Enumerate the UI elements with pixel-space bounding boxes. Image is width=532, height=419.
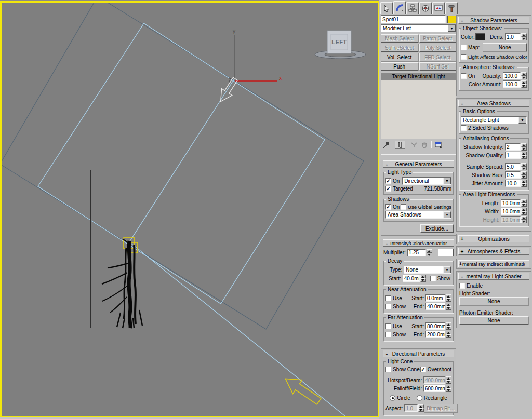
height-spinner[interactable] (521, 216, 527, 223)
spread-spinner[interactable] (521, 163, 527, 170)
remove-modifier-icon[interactable] (419, 141, 430, 149)
push-button[interactable]: Push (381, 62, 418, 71)
decay-type-dropdown[interactable]: None (404, 266, 451, 274)
rollout-header-mr-indirect[interactable]: + mental ray Indirect Illumination (458, 260, 529, 267)
rollout-header-area-shadows[interactable]: - Area Shadows (458, 100, 529, 107)
light-on-checkbox[interactable]: ✓ (385, 178, 391, 184)
modifier-list-dropdown[interactable]: Modifier List (381, 24, 456, 32)
area-light-mode-dropdown[interactable]: Rectangle Light (461, 116, 527, 124)
far-end-field[interactable]: 200.0mr (425, 331, 445, 338)
rectangle-radio[interactable] (417, 395, 422, 401)
spline-select-button[interactable]: SplineSelect (381, 44, 418, 52)
show-end-result-icon[interactable] (395, 141, 405, 149)
rollout-header-optimizations[interactable]: + Optimizations (458, 235, 529, 242)
shadow-density-field[interactable]: 1.0 (505, 33, 521, 40)
bitmap-fit-button[interactable]: Bitmap Fit... (424, 404, 457, 412)
shadow-map-button[interactable]: None (483, 43, 527, 51)
pin-stack-icon[interactable] (381, 141, 391, 149)
density-spinner[interactable] (521, 33, 527, 40)
tree-object[interactable] (102, 239, 142, 328)
aspect-field[interactable]: 1.0 (404, 404, 418, 412)
photon-emitter-shader-button[interactable]: None (459, 316, 528, 325)
jitter-spinner[interactable] (521, 180, 527, 187)
rollout-header-general-parameters[interactable]: - General Parameters (383, 160, 454, 168)
quality-spinner[interactable] (521, 152, 527, 159)
integrity-spinner[interactable] (521, 143, 527, 151)
atmosphere-on-checkbox[interactable] (461, 73, 467, 79)
ffd-select-button[interactable]: FFD Select (419, 53, 457, 61)
mesh-select-button[interactable]: Mesh Select (381, 34, 418, 43)
near-end-field[interactable]: 40.0mm (425, 303, 445, 310)
far-start-spinner[interactable] (446, 322, 451, 330)
decay-start-spinner[interactable] (420, 275, 426, 282)
light-color-swatch[interactable] (438, 249, 454, 256)
far-light-arrow[interactable] (281, 372, 324, 408)
decay-show-checkbox[interactable] (430, 276, 436, 281)
near-start-field[interactable]: 0.0mm (425, 294, 445, 302)
height-field[interactable]: 10.0mm (501, 216, 521, 223)
chevron-down-icon[interactable] (443, 211, 451, 218)
tab-display[interactable] (432, 2, 445, 14)
shadow-color-swatch[interactable] (475, 33, 485, 40)
poly-select-button[interactable]: Poly Select (419, 44, 457, 52)
length-spinner[interactable] (521, 199, 527, 207)
chevron-down-icon[interactable] (443, 266, 451, 273)
use-global-settings-checkbox[interactable] (401, 204, 406, 210)
decay-start-field[interactable]: 40.0mr (403, 275, 420, 282)
tab-hierarchy[interactable] (406, 2, 419, 14)
circle-radio[interactable] (390, 395, 395, 401)
tab-create[interactable] (380, 2, 393, 14)
multiplier-field[interactable]: 1.25 (407, 249, 426, 256)
show-cone-checkbox[interactable] (385, 367, 391, 372)
viewport-left[interactable]: y x z (0, 1, 379, 417)
falloff-spinner[interactable] (446, 385, 451, 392)
exclude-button[interactable]: Exclude... (420, 224, 454, 233)
color-amount-field[interactable]: 100.0 (503, 80, 521, 88)
width-field[interactable]: 10.0mm (501, 208, 521, 215)
light-affects-shadow-color-checkbox[interactable] (461, 54, 467, 60)
aspect-spinner[interactable] (418, 404, 424, 412)
mr-enable-checkbox[interactable] (459, 283, 465, 289)
light-source-arrow[interactable] (216, 75, 241, 105)
modifier-stack-list[interactable]: Target Directional Light (381, 73, 456, 139)
shadow-generator-dropdown[interactable]: Area Shadows (385, 211, 451, 219)
shadow-map-checkbox[interactable] (461, 45, 467, 50)
near-end-spinner[interactable] (446, 303, 451, 310)
chevron-down-icon[interactable] (448, 25, 456, 32)
falloff-field-field[interactable]: 600.0mm (423, 385, 445, 392)
make-unique-icon[interactable] (409, 141, 419, 149)
rollout-header-shadow-parameters[interactable]: - Shadow Parameters (458, 17, 529, 24)
patch-select-button[interactable]: Patch Select (419, 34, 457, 43)
near-start-spinner[interactable] (446, 294, 451, 302)
nsurf-sel-button[interactable]: NSurf Sel (419, 62, 457, 71)
length-field[interactable]: 10.0mm (501, 199, 521, 207)
rollout-header-intensity[interactable]: - Intensity/Color/Attenuation (383, 239, 454, 247)
chevron-down-icon[interactable] (443, 178, 451, 184)
viewcube[interactable]: LEFT (315, 31, 366, 59)
light-field-rectangle[interactable] (38, 23, 325, 304)
near-show-checkbox[interactable] (385, 304, 391, 309)
width-spinner[interactable] (521, 208, 527, 215)
atmosphere-opacity-field[interactable]: 100.0 (503, 72, 521, 79)
rollout-header-atmospheres-effects[interactable]: + Atmospheres & Effects (458, 248, 529, 255)
far-use-checkbox[interactable] (385, 323, 391, 329)
bias-spinner[interactable] (521, 171, 527, 179)
shadow-quality-field[interactable]: 1 (505, 152, 521, 159)
hotspot-spinner[interactable] (446, 376, 451, 384)
multiplier-spinner[interactable] (427, 249, 432, 256)
object-color-swatch[interactable] (447, 16, 456, 23)
two-sided-shadows-checkbox[interactable] (461, 125, 467, 131)
plane-object-wireframe[interactable] (2, 3, 364, 329)
shadows-on-checkbox[interactable]: ✓ (385, 204, 391, 210)
opacity-spinner[interactable] (521, 72, 527, 79)
stack-item-selected[interactable]: Target Directional Light (381, 73, 456, 80)
shadow-bias-field[interactable]: 0.5 (505, 171, 521, 179)
light-shader-button[interactable]: None (459, 297, 528, 305)
hotspot-beam-field[interactable]: 400.0mm (423, 376, 445, 384)
object-name-field[interactable]: Spot01 (381, 15, 446, 23)
chevron-down-icon[interactable] (518, 117, 526, 124)
far-start-field[interactable]: 80.0mm (425, 322, 445, 330)
vol-select-button[interactable]: Vol. Select (381, 53, 418, 61)
tab-motion[interactable] (419, 2, 432, 14)
color-amount-spinner[interactable] (521, 80, 527, 88)
